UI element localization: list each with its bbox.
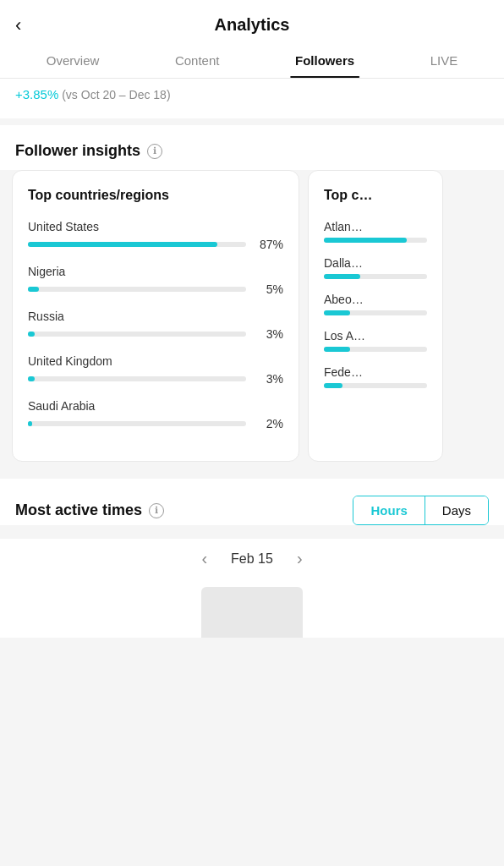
city-bar-track-2 [324, 310, 427, 315]
hours-toggle-button[interactable]: Hours [353, 496, 425, 524]
country-name-0: United States [28, 220, 283, 233]
city-row-4: Fede… [324, 365, 427, 388]
top-cities-title: Top c… [324, 188, 427, 203]
city-row-3: Los A… [324, 329, 427, 352]
country-name-3: United Kingdom [28, 354, 283, 368]
city-bar-fill-4 [324, 383, 342, 388]
city-row-2: Abeo… [324, 293, 427, 315]
growth-value: +3.85% [15, 87, 58, 101]
country-name-2: Russia [28, 310, 283, 323]
country-row-2: Russia 3% [28, 310, 283, 341]
city-bar-track-1 [324, 274, 427, 279]
city-bar-fill-3 [324, 347, 350, 352]
city-bar-track-3 [324, 347, 427, 352]
chart-preview [201, 587, 303, 638]
country-name-4: Saudi Arabia [28, 399, 283, 413]
bar-pct-4: 2% [253, 417, 283, 430]
follower-insights-header: Follower insights ℹ [0, 125, 504, 170]
city-name-4: Fede… [324, 365, 427, 379]
country-name-1: Nigeria [28, 265, 283, 278]
bar-fill-2 [28, 332, 35, 337]
bar-pct-1: 5% [253, 282, 283, 296]
country-row-4: Saudi Arabia 2% [28, 399, 283, 430]
cards-row: Top countries/regions United States 87% … [0, 170, 504, 472]
chart-area [0, 578, 504, 638]
top-countries-card: Top countries/regions United States 87% … [12, 170, 299, 462]
growth-row: +3.85% (vs Oct 20 – Dec 18) [15, 87, 489, 101]
divider-1 [0, 118, 504, 125]
tab-live[interactable]: LIVE [417, 43, 472, 78]
toggle-group: Hours Days [353, 496, 489, 525]
most-active-times-section: Most active times ℹ Hours Days [0, 479, 504, 525]
page-title: Analytics [215, 15, 290, 35]
growth-section: +3.85% (vs Oct 20 – Dec 18) [0, 79, 504, 118]
tab-content[interactable]: Content [162, 43, 233, 78]
city-name-2: Abeo… [324, 293, 427, 306]
city-row-1: Dalla… [324, 256, 427, 279]
city-bar-track-4 [324, 383, 427, 388]
city-bar-fill-1 [324, 274, 360, 279]
bar-track-1 [28, 287, 246, 292]
active-times-header: Most active times ℹ Hours Days [15, 496, 489, 525]
bar-fill-3 [28, 376, 35, 381]
bar-fill-1 [28, 287, 39, 292]
country-row-1: Nigeria 5% [28, 265, 283, 296]
top-countries-title: Top countries/regions [28, 188, 283, 203]
active-times-info-icon[interactable]: ℹ [149, 503, 164, 518]
back-button[interactable]: ‹ [15, 14, 21, 36]
active-times-left: Most active times ℹ [15, 502, 164, 519]
tab-overview[interactable]: Overview [33, 43, 113, 78]
tabs-bar: Overview Content Followers LIVE [0, 43, 504, 79]
city-bar-track-0 [324, 238, 427, 243]
city-bar-fill-0 [324, 238, 407, 243]
tab-followers[interactable]: Followers [282, 43, 368, 78]
bar-fill-0 [28, 242, 217, 247]
prev-date-button[interactable]: ‹ [201, 549, 207, 568]
date-nav: ‹ Feb 15 › [0, 539, 504, 578]
city-name-3: Los A… [324, 329, 427, 343]
growth-period-text: (vs Oct 20 – Dec 18) [62, 88, 170, 101]
bar-track-3 [28, 376, 246, 381]
city-bar-fill-2 [324, 310, 350, 315]
country-row-0: United States 87% [28, 220, 283, 251]
date-label: Feb 15 [231, 551, 273, 567]
header: ‹ Analytics [0, 0, 504, 43]
active-times-title: Most active times [15, 502, 142, 519]
bar-track-4 [28, 421, 246, 426]
city-name-1: Dalla… [324, 256, 427, 270]
follower-insights-title: Follower insights [15, 142, 140, 160]
city-name-0: Atlan… [324, 220, 427, 233]
bar-track-2 [28, 332, 246, 337]
days-toggle-button[interactable]: Days [425, 496, 488, 524]
bar-pct-0: 87% [253, 238, 283, 251]
city-row-0: Atlan… [324, 220, 427, 243]
bar-track-0 [28, 242, 246, 247]
follower-insights-info-icon[interactable]: ℹ [147, 144, 162, 159]
country-row-3: United Kingdom 3% [28, 354, 283, 386]
bar-pct-2: 3% [253, 327, 283, 341]
next-date-button[interactable]: › [297, 549, 303, 568]
top-cities-card: Top c… Atlan… Dalla… Abeo… [308, 170, 443, 462]
bar-fill-4 [28, 421, 32, 426]
divider-2 [0, 472, 504, 479]
bar-pct-3: 3% [253, 372, 283, 386]
